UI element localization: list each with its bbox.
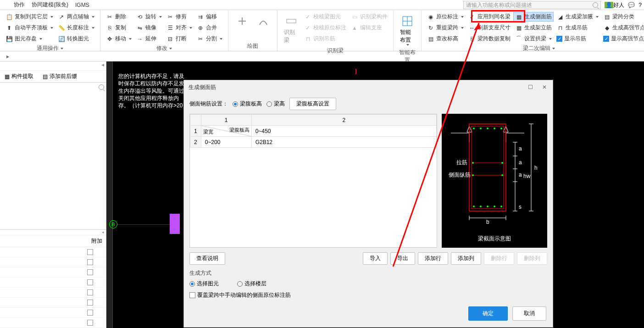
add-row-button[interactable]: 添加行 [418,252,448,265]
copy-to-layer-button[interactable]: 📋复制到其它层 [4,12,55,22]
position-annotation-button[interactable]: ◉原位标注 [425,12,466,22]
help-icon[interactable]: ? [638,2,642,8]
radio-beam-height[interactable]: 梁高 [266,100,285,108]
attach-header: 附加 [0,235,106,247]
draw-tool-button[interactable] [232,12,252,30]
set-arch-beam-button[interactable]: ⌒设置拱梁 [513,34,554,44]
mirror-button[interactable]: ⇋镜像 [134,23,164,33]
delete-button[interactable]: ✂删除 [104,12,133,22]
attach-checkbox[interactable] [87,269,93,275]
attach-checkbox[interactable] [87,249,93,255]
menu-item[interactable]: IGMS [75,2,89,8]
generate-side-rebar-button[interactable]: ▦生成侧面筋 [513,12,554,22]
attach-row [0,267,106,278]
smart-layout-button[interactable]: 智能布置 [397,12,417,48]
user-area[interactable]: 👤好人 [605,1,624,9]
ribbon-group-label[interactable]: 修改 [104,44,224,52]
cancel-button[interactable]: 取消 [512,306,546,321]
trim-button[interactable]: ✂修剪 [165,12,194,22]
span-data-copy-button[interactable]: ⎘梁跨数据复制 [466,34,512,44]
col-header-2[interactable]: 2 [251,115,436,126]
show-hanger-checkbox[interactable]: ✓显示吊筋 [555,34,600,44]
svg-point-26 [501,162,503,164]
add-column-button[interactable]: 添加列 [451,252,481,265]
merge-button[interactable]: ⊕合并 [195,23,224,33]
split-button[interactable]: ✂分割 [195,34,224,44]
web-height-setting-button[interactable]: 梁腹板高设置 [289,98,336,110]
ribbon-group-label[interactable]: 通用操作 [4,44,96,52]
check-elevation-button[interactable]: ▤查改标高 [425,34,466,44]
refresh-span-button[interactable]: ↻重提梁跨 [425,23,466,33]
beam-component-icon: ▭ [351,13,358,21]
generate-high-strength-button[interactable]: ◆生成高强节点 [601,23,644,33]
ribbon-group-label[interactable]: 梁二次编辑 [425,44,644,52]
search-icon[interactable] [593,2,598,8]
copy-button[interactable]: ⎘复制 [104,23,133,33]
generate-hanger-button[interactable]: ⊓生成吊筋 [555,23,600,33]
chevron-down-icon [92,16,94,18]
auto-align-top-button[interactable]: ⬆自动平齐顶板 [4,23,55,33]
ok-button[interactable]: 确定 [468,306,508,321]
attach-checkbox[interactable] [87,310,93,316]
ribbon: 📋复制到其它层 ⬆自动平齐顶板 💾图元存盘 ↗两点辅轴 📏长度标注 🔄转换图元 … [0,10,644,51]
attach-checkbox[interactable] [87,279,93,285]
table-cell[interactable]: 0~200 [201,137,251,148]
convert-element-button[interactable]: 🔄转换图元 [56,34,96,44]
radio-select-floor[interactable]: 选择楼层 [237,280,266,288]
overwrite-checkbox[interactable]: 覆盖梁跨中手动编辑的侧面原位标注筋 [189,291,547,299]
table-cell[interactable]: G2B12 [251,137,436,148]
svg-point-28 [501,174,503,176]
tab-add-prefix-suffix[interactable]: ▤添加前后缀 [38,71,82,82]
span-classify-button[interactable]: ▤梁跨分类 [601,12,644,22]
maximize-icon[interactable]: ☐ [527,84,534,90]
col-header-1[interactable]: 1 [201,115,251,126]
two-point-axis-button[interactable]: ↗两点辅轴 [56,12,96,22]
apply-same-name-button[interactable]: ✓应用到同名梁 [466,12,512,22]
generate-frame-rebar-button[interactable]: ▦生成架立筋 [513,23,554,33]
align-button[interactable]: ☰对齐 [165,23,194,33]
canvas-ruler[interactable] [106,61,113,328]
radio-select-element[interactable]: 选择图元 [189,280,219,288]
menu-item[interactable]: 协作 [14,1,25,9]
table-cell[interactable]: 0~450 [251,126,436,137]
search-box[interactable]: 请输入功能名称或问题描述 [463,1,601,9]
element-save-button[interactable]: 💾图元存盘 [4,34,55,44]
length-dimension-button[interactable]: 📏长度标注 [56,23,96,33]
show-high-strength-checkbox[interactable]: ✓显示高强节点 [601,34,644,44]
refresh-support-size-button[interactable]: ↔刷新支座尺寸 [466,23,512,33]
close-icon[interactable]: ✕ [541,84,548,90]
extend-button[interactable]: →延伸 [134,34,164,44]
beam-element[interactable] [170,214,180,234]
chevron-down-icon [461,16,464,18]
generate-haunch-button[interactable]: ◢生成梁加腋 [555,12,600,22]
break-button[interactable]: ⊟打断 [165,34,194,44]
radio-web-height[interactable]: 梁腹板高 [233,100,262,108]
chevron-down-icon [169,48,172,50]
row-header-1[interactable]: 1 [190,126,201,137]
plus-icon [235,14,250,28]
curve-tool-button[interactable] [253,12,273,30]
dialog-header[interactable]: 生成侧面筋 ☐ ✕ [184,80,553,94]
dim-hw: hw [523,173,531,179]
attach-checkbox[interactable] [87,259,93,265]
svg-point-21 [480,206,482,207]
view-description-button[interactable]: 查看说明 [189,252,225,265]
attach-checkbox[interactable] [87,289,93,295]
row-header-2[interactable]: 2 [190,137,201,148]
breadcrumb-chevron-icon[interactable]: ▸ [4,53,12,60]
export-button[interactable]: 导出 [390,252,415,265]
move-button[interactable]: ✥移动 [104,34,133,44]
left-content-area [0,92,106,229]
panel-collapse-icon[interactable]: ◂ [102,230,104,235]
chat-icon[interactable]: 💬 [628,2,635,8]
panel-collapse-icon[interactable]: ◂ [101,61,104,70]
tab-component-extract[interactable]: ▦构件提取 [0,71,38,82]
rotate-button[interactable]: ⟲旋转 [134,12,164,22]
menu-item[interactable]: 协同建模(限免) [32,1,68,9]
offset-button[interactable]: ⇉偏移 [195,12,224,22]
recognize-beam-button[interactable]: 识别梁 [281,12,301,46]
attach-checkbox[interactable] [87,320,93,326]
import-button[interactable]: 导入 [363,252,388,265]
search-icon[interactable] [99,84,104,90]
attach-checkbox[interactable] [87,300,93,306]
